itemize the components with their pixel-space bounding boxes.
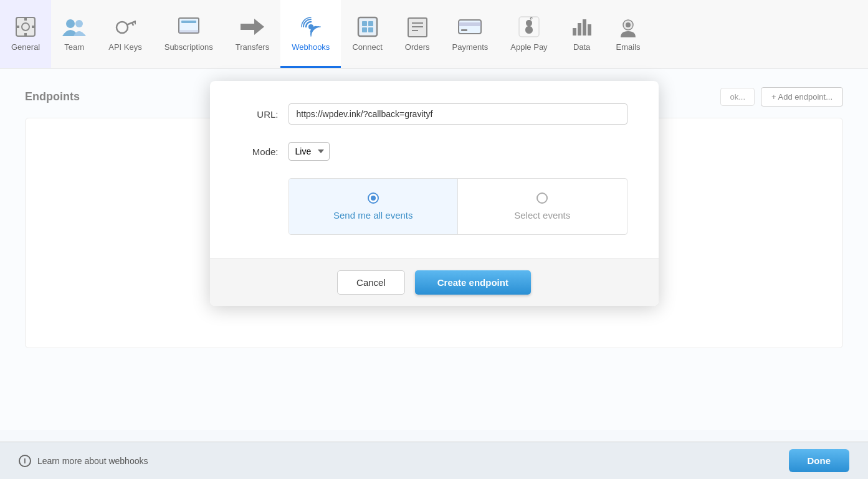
svg-rect-18 bbox=[362, 21, 367, 26]
svg-point-8 bbox=[117, 22, 128, 33]
api-keys-icon bbox=[113, 15, 137, 39]
footer-info: i Learn more about webhooks bbox=[19, 455, 148, 467]
general-icon bbox=[14, 15, 37, 39]
cancel-button[interactable]: Cancel bbox=[337, 270, 405, 295]
nav-item-connect[interactable]: Connect bbox=[341, 0, 393, 68]
radio-select-events[interactable]: Select events bbox=[458, 179, 627, 234]
svg-marker-15 bbox=[241, 19, 264, 35]
modal-body: URL: Mode: Live Test Send me all events bbox=[210, 81, 659, 258]
nav-item-payments[interactable]: Payments bbox=[441, 0, 500, 68]
footer-info-text: Learn more about webhooks bbox=[37, 456, 148, 466]
nav-label-apple-pay: Apple Pay bbox=[510, 42, 547, 52]
url-row: URL: bbox=[241, 103, 627, 125]
url-input[interactable] bbox=[289, 103, 627, 125]
svg-point-7 bbox=[75, 20, 83, 27]
mode-row: Mode: Live Test bbox=[241, 142, 627, 161]
url-label: URL: bbox=[241, 109, 279, 120]
nav-label-data: Data bbox=[573, 42, 590, 52]
nav-label-subscriptions: Subscriptions bbox=[165, 42, 213, 52]
nav-label-emails: Emails bbox=[616, 42, 641, 52]
svg-rect-13 bbox=[181, 21, 196, 23]
mode-label: Mode: bbox=[241, 146, 279, 157]
nav-label-team: Team bbox=[64, 42, 84, 52]
modal-dialog: URL: Mode: Live Test Send me all events bbox=[210, 81, 659, 306]
main-content: Endpoints ok... + Add endpoint... URL: M… bbox=[0, 69, 868, 430]
nav-item-webhooks[interactable]: Webhooks bbox=[280, 0, 341, 68]
nav-item-subscriptions[interactable]: Subscriptions bbox=[153, 0, 224, 68]
svg-point-35 bbox=[626, 22, 631, 27]
radio-all-events[interactable]: Send me all events bbox=[289, 179, 459, 234]
webhooks-icon bbox=[299, 15, 323, 39]
svg-rect-5 bbox=[32, 26, 35, 28]
team-icon bbox=[62, 15, 86, 39]
radio-group: Send me all events Select events bbox=[289, 178, 627, 235]
nav-label-general: General bbox=[11, 42, 40, 52]
modal-overlay: URL: Mode: Live Test Send me all events bbox=[0, 69, 868, 430]
mode-select[interactable]: Live Test bbox=[289, 142, 330, 161]
done-button[interactable]: Done bbox=[789, 449, 850, 472]
subscriptions-icon bbox=[177, 15, 201, 39]
nav-item-apple-pay[interactable]: Apple Pay bbox=[499, 0, 558, 68]
svg-rect-14 bbox=[179, 30, 199, 33]
nav-item-orders[interactable]: Orders bbox=[394, 0, 441, 68]
nav-item-emails[interactable]: Emails bbox=[605, 0, 652, 68]
nav-item-general[interactable]: General bbox=[0, 0, 51, 68]
nav-label-payments: Payments bbox=[452, 42, 489, 52]
svg-rect-21 bbox=[368, 27, 373, 32]
svg-rect-2 bbox=[24, 17, 27, 21]
nav-label-transfers: Transfers bbox=[236, 42, 269, 52]
radio-all-events-label: Send me all events bbox=[333, 210, 413, 221]
orders-icon bbox=[406, 15, 429, 39]
nav-label-connect: Connect bbox=[352, 42, 382, 52]
payments-icon bbox=[458, 15, 482, 39]
svg-rect-4 bbox=[16, 26, 19, 28]
nav-item-api-keys[interactable]: API Keys bbox=[97, 0, 153, 68]
svg-rect-31 bbox=[578, 23, 581, 36]
svg-rect-26 bbox=[459, 20, 481, 34]
svg-point-6 bbox=[66, 19, 75, 28]
svg-rect-17 bbox=[358, 17, 377, 36]
svg-rect-20 bbox=[362, 27, 367, 32]
radio-select-events-circle bbox=[537, 192, 548, 204]
connect-icon bbox=[356, 15, 379, 39]
svg-rect-19 bbox=[368, 21, 373, 26]
svg-rect-32 bbox=[583, 19, 586, 36]
transfers-icon bbox=[241, 15, 264, 39]
nav-item-transfers[interactable]: Transfers bbox=[224, 0, 280, 68]
footer-bar: i Learn more about webhooks Done bbox=[0, 442, 868, 479]
svg-rect-33 bbox=[588, 24, 591, 36]
svg-rect-30 bbox=[573, 28, 576, 36]
svg-rect-27 bbox=[459, 22, 481, 26]
svg-rect-28 bbox=[461, 29, 467, 31]
nav-label-orders: Orders bbox=[405, 42, 430, 52]
svg-rect-3 bbox=[24, 33, 27, 36]
create-endpoint-button[interactable]: Create endpoint bbox=[415, 270, 531, 295]
nav-label-api-keys: API Keys bbox=[108, 42, 141, 52]
nav-item-data[interactable]: Data bbox=[559, 0, 605, 68]
radio-all-events-circle bbox=[368, 192, 379, 204]
top-nav: General Team API Keys bbox=[0, 0, 868, 69]
radio-select-events-label: Select events bbox=[514, 210, 570, 221]
apple-pay-icon bbox=[517, 15, 541, 39]
nav-label-webhooks: Webhooks bbox=[292, 42, 330, 52]
data-icon bbox=[570, 15, 594, 39]
modal-footer: Cancel Create endpoint bbox=[210, 258, 659, 306]
info-icon: i bbox=[19, 455, 31, 467]
nav-item-team[interactable]: Team bbox=[51, 0, 97, 68]
emails-icon bbox=[616, 15, 640, 39]
